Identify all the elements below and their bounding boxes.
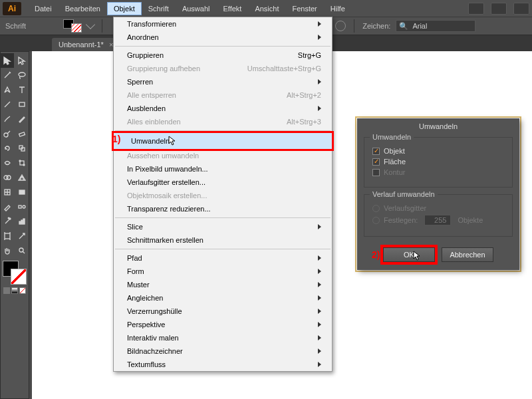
submenu-arrow-icon (318, 224, 321, 229)
menu-auswahl[interactable]: Auswahl (176, 2, 217, 15)
tool-free-transform[interactable] (15, 156, 29, 170)
checkbox-flaeche[interactable]: Fläche (372, 158, 504, 166)
menu-item[interactable]: Bildnachzeichner (114, 344, 332, 358)
menu-item-label: Form (127, 267, 144, 275)
font-family-field[interactable]: 🔍 Arial (396, 20, 475, 32)
tool-paintbrush[interactable] (1, 112, 14, 126)
color-mode-gradient[interactable] (11, 287, 18, 294)
tool-type[interactable] (15, 82, 29, 97)
menu-item[interactable]: Ausblenden (114, 102, 332, 115)
svg-rect-1 (19, 102, 25, 106)
menu-item[interactable]: Schnittmarken erstellen (114, 233, 332, 247)
menu-item[interactable]: Angleichen (114, 291, 332, 305)
svg-rect-19 (23, 219, 25, 224)
umwandeln-dialog: Umwandeln Umwandeln Objekt Fläche Kontur… (357, 118, 519, 270)
menu-item-label: Aussehen umwandeln (127, 152, 199, 160)
menu-item-label: Transformieren (127, 20, 176, 28)
fill-stroke-swatch[interactable] (63, 19, 82, 33)
tool-selection[interactable] (1, 53, 14, 68)
menu-item[interactable]: Transparenz reduzieren... (114, 202, 332, 215)
tool-rotate[interactable] (1, 141, 14, 156)
callout-2: 2) (372, 249, 380, 260)
submenu-arrow-icon (318, 322, 321, 327)
menu-shortcut: Alt+Strg+3 (287, 118, 321, 126)
tool-perspective-grid[interactable] (15, 170, 29, 185)
menu-item[interactable]: Verzerrungshülle (114, 305, 332, 318)
menu-datei[interactable]: Datei (28, 2, 59, 15)
tool-artboard[interactable] (1, 229, 14, 243)
tool-shape-builder[interactable] (1, 170, 14, 185)
menu-item-label: Transparenz reduzieren... (127, 205, 211, 213)
checkbox-objekt[interactable]: Objekt (372, 147, 504, 155)
menu-item[interactable]: Slice (114, 220, 332, 233)
color-swatches[interactable] (3, 261, 27, 285)
ok-button[interactable]: 2) OK (383, 247, 435, 262)
menu-item[interactable]: Transformieren (114, 17, 332, 31)
cancel-button[interactable]: Abbrechen (442, 247, 493, 262)
tool-blend[interactable] (15, 200, 29, 214)
menu-item[interactable]: Muster (114, 278, 332, 291)
tool-mesh[interactable] (1, 185, 14, 200)
layout-selector[interactable] (468, 3, 484, 15)
opacity-icon[interactable] (335, 21, 346, 31)
tool-rectangle[interactable] (15, 97, 29, 112)
menu-objekt[interactable]: Objekt (107, 2, 142, 15)
menu-item-label: Schnittmarken erstellen (127, 236, 203, 244)
tool-hand[interactable] (1, 243, 14, 258)
submenu-arrow-icon (318, 255, 321, 261)
stroke-color[interactable] (11, 269, 27, 285)
menu-item-label: Muster (127, 281, 150, 289)
menu-item[interactable]: Interaktiv malen (114, 331, 332, 344)
submenu-arrow-icon (318, 21, 321, 27)
menu-schrift[interactable]: Schrift (142, 2, 176, 15)
menu-bearbeiten[interactable]: Bearbeiten (59, 2, 107, 15)
sync-icon[interactable] (513, 3, 529, 15)
tool-blob-brush[interactable] (1, 126, 14, 141)
menu-item[interactable]: Anordnen (114, 31, 332, 44)
menu-ansicht[interactable]: Ansicht (248, 2, 285, 15)
arrange-documents[interactable] (491, 3, 507, 15)
menu-hilfe[interactable]: Hilfe (324, 2, 352, 15)
tool-lasso[interactable] (15, 68, 29, 82)
tool-eyedropper[interactable] (1, 200, 14, 214)
tool-slice[interactable] (15, 229, 29, 243)
menu-item[interactable]: GruppierenStrg+G (114, 49, 332, 62)
menu-fenster[interactable]: Fenster (285, 2, 323, 15)
menu-item[interactable]: In Pixelbild umwandeln... (114, 162, 332, 176)
color-mode-solid[interactable] (3, 287, 10, 294)
menu-item-label: Objektmosaik erstellen... (127, 192, 207, 200)
menu-item-label: Angleichen (127, 294, 163, 302)
menu-item-label: Interaktiv malen (127, 334, 179, 342)
menu-item[interactable]: Textumfluss (114, 358, 332, 371)
tool-magic-wand[interactable] (1, 68, 14, 82)
radio-festlegen: Festlegen:255Objekte (372, 215, 504, 225)
tool-scale[interactable] (15, 141, 29, 156)
menu-item[interactable]: Verlaufsgitter erstellen... (114, 176, 332, 189)
menu-item-label: Umwandeln (131, 137, 170, 145)
menu-item[interactable]: Form (114, 265, 332, 278)
tool-eraser[interactable] (15, 126, 29, 141)
tool-symbol-sprayer[interactable] (1, 214, 14, 229)
chevron-down-icon[interactable] (86, 20, 95, 29)
menu-item-label: Anordnen (127, 33, 159, 41)
stroke-swatch[interactable] (71, 23, 82, 33)
tool-pencil[interactable] (15, 112, 29, 126)
svg-rect-17 (19, 221, 21, 224)
tool-column-graph[interactable] (15, 214, 29, 229)
menu-item[interactable]: Perspektive (114, 318, 332, 331)
tool-gradient[interactable] (15, 185, 29, 200)
svg-rect-3 (19, 132, 25, 136)
tool-direct-selection[interactable] (15, 53, 29, 68)
menu-effekt[interactable]: Effekt (216, 2, 248, 15)
tool-line-segment[interactable] (1, 97, 14, 112)
menu-item[interactable]: Pfad (114, 251, 332, 265)
dialog-buttons: 2) OK Abbrechen (357, 243, 519, 270)
tool-width[interactable] (1, 156, 14, 170)
tool-zoom[interactable] (15, 243, 29, 258)
tool-pen[interactable] (1, 82, 14, 97)
menu-item[interactable]: Sperren (114, 75, 332, 88)
menu-item-umwandeln[interactable]: 1)Umwandeln (112, 131, 334, 151)
color-mode-none[interactable] (19, 287, 26, 294)
document-tab[interactable]: Unbenannt-1* × (52, 38, 120, 51)
objekt-menu: TransformierenAnordnenGruppierenStrg+GGr… (113, 17, 332, 372)
